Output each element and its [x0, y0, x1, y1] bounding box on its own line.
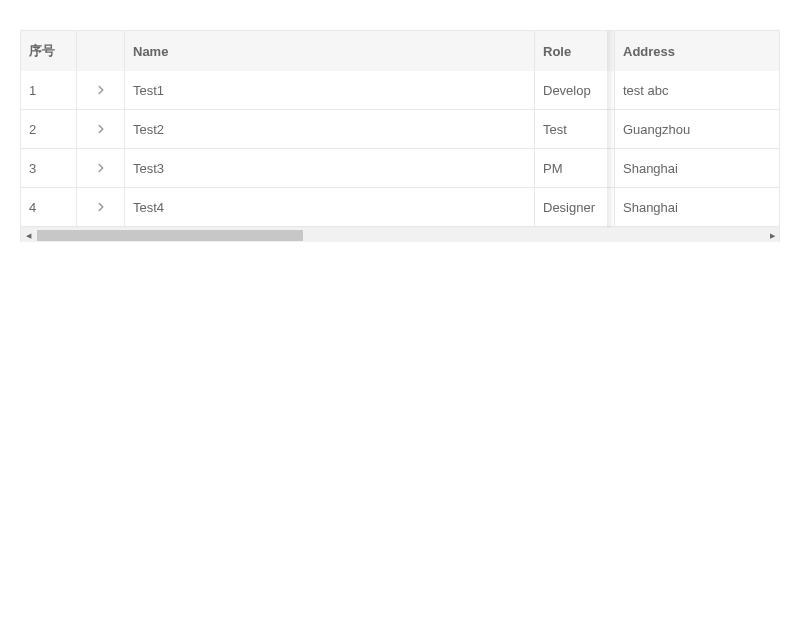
cell-address: test abc	[615, 71, 779, 109]
chevron-right-icon	[94, 122, 108, 136]
chevron-right-icon	[94, 83, 108, 97]
cell-text: Guangzhou	[623, 122, 690, 137]
cell-name: Test2	[125, 110, 535, 148]
cell-address: Shanghai	[615, 149, 779, 187]
cell-address: Guangzhou	[615, 110, 779, 148]
cell-expand[interactable]	[77, 110, 125, 148]
cell-text: Designer	[543, 200, 595, 215]
column-header-label: 序号	[29, 42, 55, 60]
column-header-name[interactable]: Name	[125, 31, 535, 71]
column-header-address[interactable]: Address	[615, 31, 779, 71]
chevron-right-icon	[94, 161, 108, 175]
chevron-right-icon	[94, 200, 108, 214]
cell-name: Test4	[125, 188, 535, 226]
table-row[interactable]: 1 Test1 Develop test abc	[21, 71, 779, 110]
horizontal-scrollbar[interactable]: ◀ ▶	[21, 227, 779, 242]
cell-name: Test1	[125, 71, 535, 109]
cell-text: Shanghai	[623, 200, 678, 215]
cell-text: Shanghai	[623, 161, 678, 176]
scrollbar-thumb[interactable]	[37, 230, 303, 241]
cell-index: 4	[21, 188, 77, 226]
cell-text: Test2	[133, 122, 164, 137]
data-table: 序号 Name Role Address 1 Test1 Develop tes	[20, 30, 780, 242]
cell-index: 2	[21, 110, 77, 148]
cell-text: 3	[29, 161, 36, 176]
cell-text: test abc	[623, 83, 669, 98]
scroll-left-arrow-icon[interactable]: ◀	[21, 228, 35, 242]
cell-text: Test1	[133, 83, 164, 98]
column-header-index[interactable]: 序号	[21, 31, 77, 71]
column-header-expand	[77, 31, 125, 71]
cell-text: Test3	[133, 161, 164, 176]
column-header-label: Role	[543, 44, 571, 59]
cell-text: PM	[543, 161, 563, 176]
cell-text: Test4	[133, 200, 164, 215]
cell-text: 2	[29, 122, 36, 137]
cell-expand[interactable]	[77, 149, 125, 187]
cell-text: 4	[29, 200, 36, 215]
column-header-label: Address	[623, 44, 675, 59]
scroll-right-arrow-icon[interactable]: ▶	[765, 228, 779, 242]
table-row[interactable]: 2 Test2 Test Guangzhou	[21, 110, 779, 149]
cell-role: PM	[535, 149, 615, 187]
table-body: 1 Test1 Develop test abc 2	[21, 71, 779, 227]
table-row[interactable]: 3 Test3 PM Shanghai	[21, 149, 779, 188]
cell-index: 3	[21, 149, 77, 187]
cell-text: Develop	[543, 83, 591, 98]
column-header-role[interactable]: Role	[535, 31, 615, 71]
cell-text: Test	[543, 122, 567, 137]
cell-role: Develop	[535, 71, 615, 109]
cell-expand[interactable]	[77, 188, 125, 226]
cell-index: 1	[21, 71, 77, 109]
cell-address: Shanghai	[615, 188, 779, 226]
cell-role: Test	[535, 110, 615, 148]
cell-role: Designer	[535, 188, 615, 226]
cell-expand[interactable]	[77, 71, 125, 109]
table-header-row: 序号 Name Role Address	[21, 31, 779, 71]
cell-name: Test3	[125, 149, 535, 187]
table-row[interactable]: 4 Test4 Designer Shanghai	[21, 188, 779, 227]
cell-text: 1	[29, 83, 36, 98]
column-header-label: Name	[133, 44, 168, 59]
